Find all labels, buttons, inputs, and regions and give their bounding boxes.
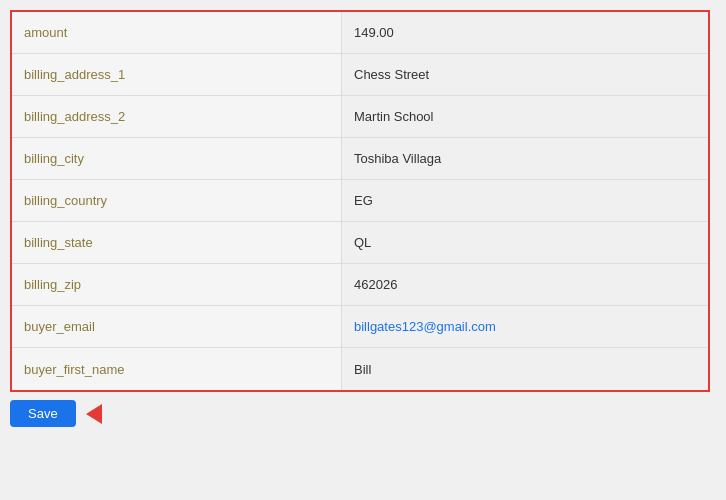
cell-value: EG: [342, 180, 708, 221]
cell-value: QL: [342, 222, 708, 263]
table-row: amount149.00: [12, 12, 708, 54]
cell-label: billing_city: [12, 138, 342, 179]
table-row: billing_cityToshiba Villaga: [12, 138, 708, 180]
cell-label: billing_address_2: [12, 96, 342, 137]
cell-label: buyer_email: [12, 306, 342, 347]
arrow-indicator: [86, 404, 102, 424]
arrow-left-icon: [86, 404, 102, 424]
table-row: billing_stateQL: [12, 222, 708, 264]
table-row: buyer_first_nameBill: [12, 348, 708, 390]
cell-label: amount: [12, 12, 342, 53]
cell-value: Toshiba Villaga: [342, 138, 708, 179]
cell-value: Bill: [342, 348, 708, 390]
table-row: buyer_emailbillgates123@gmail.com: [12, 306, 708, 348]
data-table: amount149.00billing_address_1Chess Stree…: [10, 10, 710, 392]
table-row: billing_zip462026: [12, 264, 708, 306]
cell-label: buyer_first_name: [12, 348, 342, 390]
cell-value: Chess Street: [342, 54, 708, 95]
cell-label: billing_country: [12, 180, 342, 221]
table-row: billing_countryEG: [12, 180, 708, 222]
cell-value: 149.00: [342, 12, 708, 53]
save-button[interactable]: Save: [10, 400, 76, 427]
cell-value: billgates123@gmail.com: [342, 306, 708, 347]
table-row: billing_address_2Martin School: [12, 96, 708, 138]
cell-value: Martin School: [342, 96, 708, 137]
cell-label: billing_address_1: [12, 54, 342, 95]
table-row: billing_address_1Chess Street: [12, 54, 708, 96]
cell-label: billing_zip: [12, 264, 342, 305]
bottom-bar: Save: [10, 400, 102, 427]
cell-label: billing_state: [12, 222, 342, 263]
cell-value: 462026: [342, 264, 708, 305]
